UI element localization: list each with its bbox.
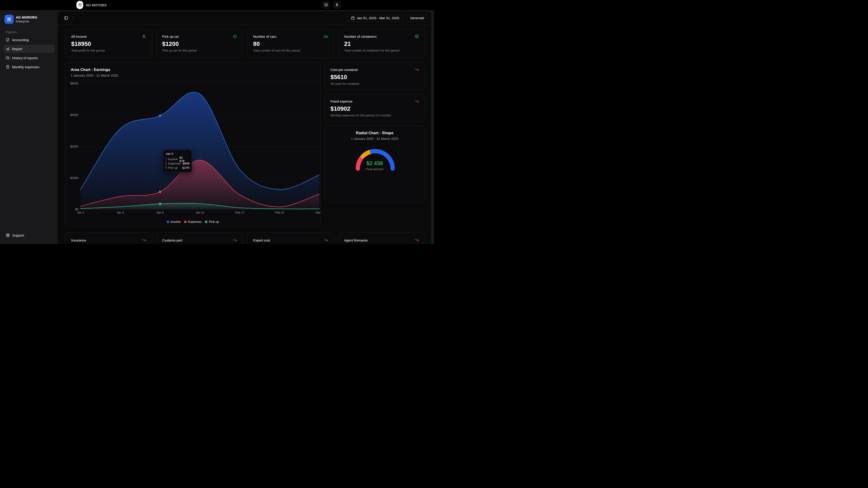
theme-toggle-button[interactable]	[322, 1, 330, 8]
sidebar: AG MORORS Enterprise Platform Accounting…	[0, 10, 58, 244]
trending-down-icon	[324, 238, 328, 242]
trending-down-icon	[415, 99, 419, 103]
calendar-icon	[351, 16, 355, 20]
stat-card-description: Total profit for this period	[71, 49, 146, 52]
sidebar-item-label: Report	[12, 47, 22, 51]
info-card-description: Monthly expenses for this period of 3 mo…	[331, 113, 419, 117]
stat-card-title: Number of containers	[344, 35, 377, 38]
legend-item-expenses: Expenses	[184, 220, 202, 223]
clipboard-icon	[6, 65, 9, 69]
radial-center-label: Final amount	[324, 167, 425, 171]
svg-text:$1500: $1500	[70, 176, 79, 180]
trending-down-icon	[233, 238, 237, 242]
stat-card-description: Total number of containers for this peri…	[344, 49, 419, 52]
stat-card-pick-up-car: Pick up car$1200Pick up car for this per…	[156, 29, 243, 58]
moon-star-icon	[324, 3, 328, 7]
area-chart-card: Area Chart - Earnings 1 January 2025 - 3…	[65, 62, 320, 227]
toolbar-divider	[72, 16, 73, 20]
tooltip-series-value: $840	[182, 162, 189, 165]
svg-text:$6000: $6000	[70, 82, 79, 85]
dollar-icon	[142, 34, 146, 38]
bar-chart-icon	[6, 47, 9, 51]
life-buoy-icon	[6, 233, 10, 237]
stat-card-title: Number of cars	[253, 35, 276, 38]
stat-card-description: Pick up car for this period	[162, 49, 237, 52]
sidebar-item-accounting[interactable]: Accounting	[3, 36, 55, 44]
svg-text:Jan 4: Jan 4	[117, 211, 124, 214]
generate-button[interactable]: Generate	[406, 14, 428, 22]
bottom-card-customs-port: Customs port	[156, 232, 243, 244]
header-actions	[322, 1, 341, 8]
command-icon	[7, 17, 11, 22]
sidebar-item-support[interactable]: Support	[3, 232, 27, 239]
svg-text:Feb 23: Feb 23	[275, 211, 284, 214]
support-label: Support	[12, 233, 24, 237]
stat-card-title: Pick up car	[162, 35, 179, 38]
svg-text:Mar 5: Mar 5	[315, 211, 320, 214]
tooltip-title: Jan 5	[166, 152, 189, 156]
tooltip-row-expenses: Expenses$840	[166, 161, 189, 166]
date-range-button[interactable]: Jan 01, 2025 - Mar 31, 2025	[347, 14, 403, 22]
stat-card-all-income: All income$18950Total profit for this pe…	[65, 29, 152, 58]
sidebar-item-history-of-reports[interactable]: History of reports	[3, 54, 55, 62]
tooltip-series-value: $270	[182, 166, 189, 169]
top-header: AG MOTORS AG MOTORS	[0, 0, 434, 10]
tooltip-series-name: Income	[168, 158, 178, 161]
trending-down-icon	[415, 238, 419, 242]
car-icon	[324, 34, 328, 38]
radial-center-value: $2 438	[324, 160, 425, 166]
legend-swatch	[184, 221, 186, 223]
legend-swatch	[167, 221, 169, 223]
brand-name: AG MOTORS	[86, 3, 106, 7]
svg-text:Jan 1: Jan 1	[77, 211, 84, 214]
bottom-card-title: Export cost	[253, 238, 270, 242]
content: All income$18950Total profit for this pe…	[58, 25, 431, 244]
legend-label: Income	[170, 220, 181, 223]
sidebar-item-label: Accounting	[12, 38, 29, 42]
life-buoy-icon	[6, 233, 10, 237]
tooltip-series-indicator	[166, 162, 166, 165]
sidebar-item-label: Monthly expenses	[12, 65, 39, 69]
bottom-card-row: InsuranceCustoms portExport costAgent Ro…	[65, 232, 425, 244]
area-chart-subtitle: 1 January 2025 - 31 March 2025	[71, 74, 315, 77]
info-card-fixed-expense: Fixed expense$10902Monthly expenses for …	[324, 94, 425, 122]
user-button[interactable]	[333, 1, 341, 8]
generate-label: Generate	[410, 16, 424, 20]
tooltip-series-indicator	[166, 166, 166, 169]
chart-tooltip: Jan 5 Income$4 470Expenses$840Pick up$27…	[163, 150, 192, 172]
chart-legend: IncomeExpensesPick up	[65, 220, 320, 223]
package-icon	[415, 34, 419, 38]
sidebar-section-label: Platform	[6, 31, 58, 34]
brand: AG MOTORS AG MOTORS	[76, 1, 106, 9]
calendar-icon	[351, 16, 355, 20]
trending-down-icon	[142, 238, 146, 242]
tooltip-series-value: $4 470	[179, 156, 189, 163]
tooltip-row-pick-up: Pick up$270	[166, 166, 189, 170]
brand-logo-subtext: MOTORS	[78, 6, 82, 7]
info-card-value: $10902	[331, 105, 419, 112]
main-panel: Jan 01, 2025 - Mar 31, 2025 Generate All…	[58, 11, 431, 244]
area-chart: $6000$4500$3000$1500$0Jan 1Jan 4Jan 5Jan…	[65, 80, 320, 224]
app: AG MOTORS AG MOTORS AG MORORS Enterprise…	[0, 0, 434, 244]
trending-down-icon	[415, 68, 419, 72]
org-switcher[interactable]: AG MORORS Enterprise	[3, 14, 55, 25]
stat-card-number-of-cars: Number of cars80Total number of cars for…	[247, 29, 334, 58]
bottom-card-insurance: Insurance	[65, 232, 152, 244]
sidebar-toggle-button[interactable]	[62, 14, 70, 22]
info-card-title: Fixed expense	[331, 99, 352, 103]
sidebar-item-label: History of reports	[12, 56, 38, 60]
legend-label: Pick up	[209, 220, 219, 223]
svg-text:$0: $0	[75, 207, 79, 211]
stat-card-value: 80	[253, 40, 328, 47]
org-name: AG MORORS	[16, 15, 37, 19]
toolbar: Jan 01, 2025 - Mar 31, 2025 Generate	[58, 11, 431, 25]
bottom-card-title: Customs port	[162, 238, 182, 242]
legend-item-pick-up: Pick up	[205, 220, 219, 223]
info-card-cost-per-container: Cost per container$5610All costs for con…	[324, 62, 425, 90]
svg-text:Jan 11: Jan 11	[195, 211, 204, 214]
sidebar-item-monthly-expenses[interactable]: Monthly expenses	[3, 63, 55, 71]
stat-card-description: Total number of cars for this period	[253, 49, 328, 52]
legend-label: Expenses	[188, 220, 202, 223]
user-icon	[335, 3, 339, 7]
sidebar-item-report[interactable]: Report	[3, 45, 55, 53]
